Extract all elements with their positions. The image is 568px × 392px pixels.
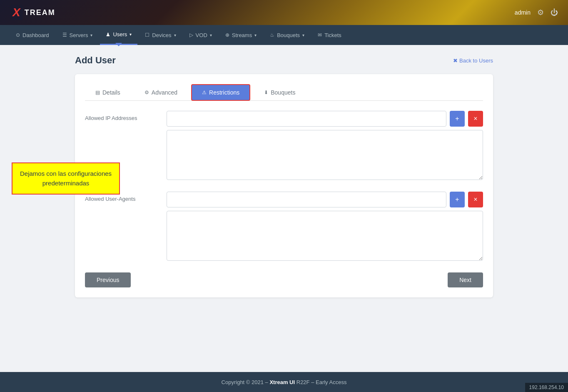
ua-controls: + × <box>167 192 483 261</box>
footer-version: R22F – Early Access <box>296 379 347 385</box>
annotation-line1: Dejamos con las configuraciones <box>20 170 112 177</box>
chevron-down-icon-streams: ▾ <box>254 33 257 37</box>
tab-restrictions-label: Restrictions <box>209 89 239 96</box>
chevron-down-icon-vod: ▾ <box>210 33 212 37</box>
nav-item-vod[interactable]: ▷ VOD ▾ <box>184 25 218 45</box>
header: X TREAM admin ⚙ ⏻ <box>0 0 568 25</box>
tab-details[interactable]: ▤ Details <box>85 84 131 101</box>
admin-label: admin <box>515 9 531 16</box>
chevron-down-icon: ▾ <box>90 33 92 37</box>
bouquets-icon: ♨ <box>270 32 274 38</box>
form-tabs: ▤ Details ⚙ Advanced ⚠ Restrictions ⬇ Bo… <box>85 84 483 101</box>
ua-add-button[interactable]: + <box>450 192 465 207</box>
nav-label-bouquets: Bouquets <box>277 32 300 38</box>
nav-item-streams[interactable]: ⊕ Streams ▾ <box>219 25 262 45</box>
ua-input-row: Allowed User-Agents + × <box>85 192 483 261</box>
nav-label-servers: Servers <box>70 32 88 38</box>
nav-item-dashboard[interactable]: ⊙ Dashboard <box>10 25 55 45</box>
nav-label-devices: Devices <box>152 32 171 38</box>
page-header: Add User ✖ Back to Users <box>75 55 493 66</box>
tab-details-label: Details <box>102 89 120 96</box>
restrictions-tab-icon: ⚠ <box>202 90 207 95</box>
nav-buttons: Previous Next <box>85 272 483 287</box>
bouquets-tab-icon: ⬇ <box>264 90 268 95</box>
annotation-box: Dejamos con las configuraciones predeter… <box>12 162 120 195</box>
annotation-line2: predeterminadas <box>42 180 90 187</box>
tickets-icon: ✉ <box>318 32 322 38</box>
ua-remove-button[interactable]: × <box>468 192 483 207</box>
chevron-down-icon-users: ▾ <box>130 32 132 37</box>
ua-textarea[interactable] <box>167 211 483 261</box>
back-label: Back to Users <box>459 57 493 64</box>
page-title: Add User <box>75 55 116 66</box>
nav-label-users: Users <box>113 31 127 37</box>
ip-controls: + × <box>167 111 483 180</box>
streams-icon: ⊕ <box>225 32 229 38</box>
chevron-down-icon-devices: ▾ <box>174 33 176 37</box>
tab-advanced-label: Advanced <box>152 89 177 96</box>
main-nav: ⊙ Dashboard ☰ Servers ▾ ♟ Users ▾ ☐ Devi… <box>0 25 568 45</box>
logo[interactable]: X TREAM <box>10 5 55 20</box>
nav-label-dashboard: Dashboard <box>22 32 49 38</box>
tab-advanced[interactable]: ⚙ Advanced <box>134 84 188 101</box>
settings-icon[interactable]: ⚙ <box>537 8 544 17</box>
nav-label-vod: VOD <box>196 32 207 38</box>
nav-label-tickets: Tickets <box>324 32 341 38</box>
ua-input-group: + × <box>167 192 483 207</box>
ua-input[interactable] <box>167 192 446 207</box>
footer-brand: Xtream UI <box>269 379 295 385</box>
details-tab-icon: ▤ <box>95 90 100 95</box>
nav-label-streams: Streams <box>232 32 252 38</box>
users-icon: ♟ <box>106 32 110 37</box>
dashboard-icon: ⊙ <box>16 32 20 38</box>
back-to-users-link[interactable]: ✖ Back to Users <box>453 57 493 64</box>
ip-label: Allowed IP Addresses <box>85 111 160 121</box>
power-icon[interactable]: ⏻ <box>551 8 558 17</box>
ip-add-button[interactable]: + <box>450 111 465 127</box>
logo-x-icon: X <box>10 5 23 20</box>
ip-input-group: + × <box>167 111 483 127</box>
vod-icon: ▷ <box>189 32 193 38</box>
servers-icon: ☰ <box>62 32 67 38</box>
tab-bouquets-label: Bouquets <box>271 89 295 96</box>
ip-remove-button[interactable]: × <box>468 111 483 127</box>
nav-item-bouquets[interactable]: ♨ Bouquets ▾ <box>264 25 310 45</box>
advanced-tab-icon: ⚙ <box>144 90 149 95</box>
ip-textarea[interactable] <box>167 130 483 180</box>
main-content: Add User ✖ Back to Users ▤ Details ⚙ Adv… <box>0 45 568 372</box>
logo-text: TREAM <box>25 8 55 17</box>
previous-button[interactable]: Previous <box>85 272 131 287</box>
nav-item-servers[interactable]: ☰ Servers ▾ <box>57 25 99 45</box>
user-agents-section: Allowed User-Agents + × <box>85 192 483 261</box>
ip-input[interactable] <box>167 111 446 127</box>
back-icon: ✖ <box>453 57 458 64</box>
footer-text: Copyright © 2021 – Xtream UI R22F – Earl… <box>222 379 347 385</box>
form-card: ▤ Details ⚙ Advanced ⚠ Restrictions ⬇ Bo… <box>75 74 493 297</box>
nav-item-tickets[interactable]: ✉ Tickets <box>312 25 347 45</box>
header-right: admin ⚙ ⏻ <box>515 8 558 17</box>
next-button[interactable]: Next <box>448 272 483 287</box>
chevron-down-icon-bouquets: ▾ <box>302 33 304 37</box>
nav-item-devices[interactable]: ☐ Devices ▾ <box>139 25 182 45</box>
ip-addresses-section: Allowed IP Addresses + × <box>85 111 483 180</box>
footer-ip: 192.168.254.10 <box>525 383 568 392</box>
footer-copyright: Copyright © 2021 – <box>222 379 270 385</box>
tab-bouquets[interactable]: ⬇ Bouquets <box>254 84 306 101</box>
ip-input-row: Allowed IP Addresses + × <box>85 111 483 180</box>
devices-icon: ☐ <box>145 32 149 38</box>
nav-item-users[interactable]: ♟ Users ▾ <box>100 25 137 45</box>
footer: Copyright © 2021 – Xtream UI R22F – Earl… <box>0 372 568 392</box>
tab-restrictions[interactable]: ⚠ Restrictions <box>191 84 250 101</box>
